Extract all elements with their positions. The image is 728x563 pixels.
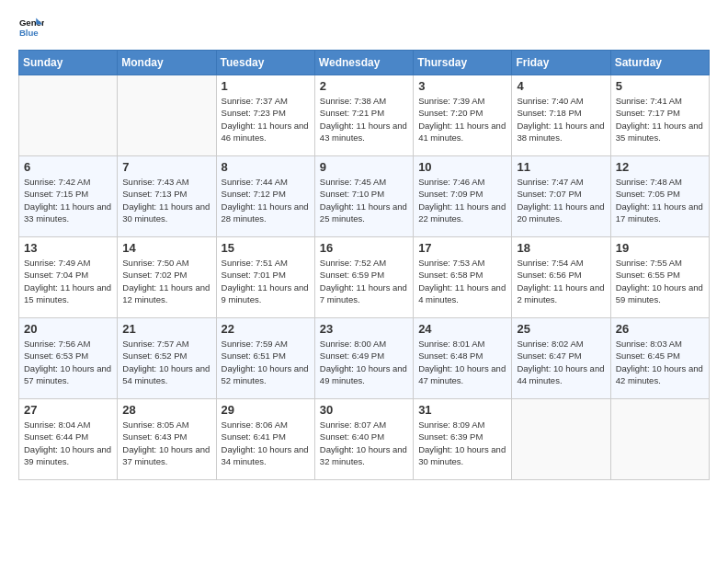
day-number: 30 <box>320 403 408 417</box>
day-number: 25 <box>517 322 605 336</box>
day-number: 26 <box>616 322 704 336</box>
calendar-cell: 6Sunrise: 7:42 AM Sunset: 7:15 PM Daylig… <box>19 156 118 237</box>
calendar-header: SundayMondayTuesdayWednesdayThursdayFrid… <box>19 51 710 75</box>
day-number: 23 <box>320 322 408 336</box>
column-header-monday: Monday <box>118 51 216 75</box>
day-info: Sunrise: 7:53 AM Sunset: 6:58 PM Dayligh… <box>418 257 506 305</box>
day-number: 27 <box>24 403 112 417</box>
day-number: 7 <box>122 160 210 174</box>
day-number: 31 <box>418 403 506 417</box>
day-number: 5 <box>616 79 704 93</box>
calendar-cell: 9Sunrise: 7:45 AM Sunset: 7:10 PM Daylig… <box>314 156 413 237</box>
day-number: 3 <box>418 79 506 93</box>
day-info: Sunrise: 7:59 AM Sunset: 6:51 PM Dayligh… <box>222 338 310 386</box>
column-header-wednesday: Wednesday <box>314 51 413 75</box>
column-header-tuesday: Tuesday <box>216 51 314 75</box>
day-number: 19 <box>616 241 704 255</box>
calendar-cell: 2Sunrise: 7:38 AM Sunset: 7:21 PM Daylig… <box>314 75 413 156</box>
calendar-cell: 23Sunrise: 8:00 AM Sunset: 6:49 PM Dayli… <box>314 318 413 399</box>
calendar-cell: 15Sunrise: 7:51 AM Sunset: 7:01 PM Dayli… <box>216 237 314 318</box>
day-number: 18 <box>517 241 605 255</box>
day-info: Sunrise: 7:46 AM Sunset: 7:09 PM Dayligh… <box>418 176 506 224</box>
day-number: 11 <box>517 160 605 174</box>
day-info: Sunrise: 8:04 AM Sunset: 6:44 PM Dayligh… <box>24 419 112 467</box>
day-number: 24 <box>418 322 506 336</box>
day-number: 15 <box>222 241 310 255</box>
day-info: Sunrise: 7:49 AM Sunset: 7:04 PM Dayligh… <box>24 257 112 305</box>
day-number: 6 <box>24 160 112 174</box>
day-number: 9 <box>320 160 408 174</box>
calendar-cell: 10Sunrise: 7:46 AM Sunset: 7:09 PM Dayli… <box>414 156 512 237</box>
column-header-friday: Friday <box>512 51 610 75</box>
day-info: Sunrise: 7:43 AM Sunset: 7:13 PM Dayligh… <box>122 176 210 224</box>
logo-icon: General Blue <box>18 15 44 40</box>
day-info: Sunrise: 8:03 AM Sunset: 6:45 PM Dayligh… <box>616 338 704 386</box>
calendar-cell: 12Sunrise: 7:48 AM Sunset: 7:05 PM Dayli… <box>610 156 709 237</box>
calendar-cell: 1Sunrise: 7:37 AM Sunset: 7:23 PM Daylig… <box>216 75 314 156</box>
day-info: Sunrise: 7:48 AM Sunset: 7:05 PM Dayligh… <box>616 176 704 224</box>
day-info: Sunrise: 7:41 AM Sunset: 7:17 PM Dayligh… <box>616 95 704 144</box>
calendar-cell: 5Sunrise: 7:41 AM Sunset: 7:17 PM Daylig… <box>610 75 709 156</box>
day-number: 12 <box>616 160 704 174</box>
day-info: Sunrise: 8:06 AM Sunset: 6:41 PM Dayligh… <box>222 419 310 467</box>
day-info: Sunrise: 8:05 AM Sunset: 6:43 PM Dayligh… <box>122 419 210 467</box>
day-number: 22 <box>222 322 310 336</box>
calendar-cell: 20Sunrise: 7:56 AM Sunset: 6:53 PM Dayli… <box>19 318 118 399</box>
calendar-body: 1Sunrise: 7:37 AM Sunset: 7:23 PM Daylig… <box>19 75 710 480</box>
day-number: 21 <box>122 322 210 336</box>
calendar-cell: 16Sunrise: 7:52 AM Sunset: 6:59 PM Dayli… <box>314 237 413 318</box>
day-info: Sunrise: 7:39 AM Sunset: 7:20 PM Dayligh… <box>418 95 506 144</box>
column-header-sunday: Sunday <box>19 51 118 75</box>
calendar-cell: 7Sunrise: 7:43 AM Sunset: 7:13 PM Daylig… <box>118 156 216 237</box>
day-info: Sunrise: 7:37 AM Sunset: 7:23 PM Dayligh… <box>222 95 310 144</box>
calendar-cell: 3Sunrise: 7:39 AM Sunset: 7:20 PM Daylig… <box>414 75 512 156</box>
calendar-cell <box>610 399 709 480</box>
calendar-cell: 8Sunrise: 7:44 AM Sunset: 7:12 PM Daylig… <box>216 156 314 237</box>
day-info: Sunrise: 7:52 AM Sunset: 6:59 PM Dayligh… <box>320 257 408 305</box>
calendar-cell: 13Sunrise: 7:49 AM Sunset: 7:04 PM Dayli… <box>19 237 118 318</box>
column-header-thursday: Thursday <box>414 51 512 75</box>
day-info: Sunrise: 7:45 AM Sunset: 7:10 PM Dayligh… <box>320 176 408 224</box>
calendar-cell: 14Sunrise: 7:50 AM Sunset: 7:02 PM Dayli… <box>118 237 216 318</box>
day-number: 16 <box>320 241 408 255</box>
day-number: 1 <box>222 79 310 93</box>
page-header: General Blue <box>18 15 710 40</box>
calendar-week-row: 27Sunrise: 8:04 AM Sunset: 6:44 PM Dayli… <box>19 399 710 480</box>
day-info: Sunrise: 7:54 AM Sunset: 6:56 PM Dayligh… <box>517 257 605 305</box>
day-info: Sunrise: 7:47 AM Sunset: 7:07 PM Dayligh… <box>517 176 605 224</box>
day-number: 28 <box>122 403 210 417</box>
calendar-cell <box>512 399 610 480</box>
calendar-cell: 21Sunrise: 7:57 AM Sunset: 6:52 PM Dayli… <box>118 318 216 399</box>
calendar-cell: 17Sunrise: 7:53 AM Sunset: 6:58 PM Dayli… <box>414 237 512 318</box>
day-info: Sunrise: 8:00 AM Sunset: 6:49 PM Dayligh… <box>320 338 408 386</box>
day-number: 20 <box>24 322 112 336</box>
column-header-saturday: Saturday <box>610 51 709 75</box>
day-number: 17 <box>418 241 506 255</box>
calendar-cell <box>19 75 118 156</box>
calendar-week-row: 1Sunrise: 7:37 AM Sunset: 7:23 PM Daylig… <box>19 75 710 156</box>
calendar-cell: 29Sunrise: 8:06 AM Sunset: 6:41 PM Dayli… <box>216 399 314 480</box>
day-info: Sunrise: 8:01 AM Sunset: 6:48 PM Dayligh… <box>418 338 506 386</box>
day-number: 10 <box>418 160 506 174</box>
calendar-table: SundayMondayTuesdayWednesdayThursdayFrid… <box>18 50 710 480</box>
calendar-cell: 28Sunrise: 8:05 AM Sunset: 6:43 PM Dayli… <box>118 399 216 480</box>
day-number: 14 <box>122 241 210 255</box>
calendar-cell: 25Sunrise: 8:02 AM Sunset: 6:47 PM Dayli… <box>512 318 610 399</box>
day-info: Sunrise: 8:09 AM Sunset: 6:39 PM Dayligh… <box>418 419 506 467</box>
calendar-week-row: 13Sunrise: 7:49 AM Sunset: 7:04 PM Dayli… <box>19 237 710 318</box>
day-info: Sunrise: 7:42 AM Sunset: 7:15 PM Dayligh… <box>24 176 112 224</box>
svg-text:Blue: Blue <box>19 28 39 38</box>
day-info: Sunrise: 7:55 AM Sunset: 6:55 PM Dayligh… <box>616 257 704 305</box>
calendar-cell: 22Sunrise: 7:59 AM Sunset: 6:51 PM Dayli… <box>216 318 314 399</box>
calendar-cell: 19Sunrise: 7:55 AM Sunset: 6:55 PM Dayli… <box>610 237 709 318</box>
day-info: Sunrise: 7:38 AM Sunset: 7:21 PM Dayligh… <box>320 95 408 144</box>
calendar-week-row: 20Sunrise: 7:56 AM Sunset: 6:53 PM Dayli… <box>19 318 710 399</box>
day-info: Sunrise: 7:51 AM Sunset: 7:01 PM Dayligh… <box>222 257 310 305</box>
calendar-cell: 24Sunrise: 8:01 AM Sunset: 6:48 PM Dayli… <box>414 318 512 399</box>
day-number: 4 <box>517 79 605 93</box>
day-info: Sunrise: 7:44 AM Sunset: 7:12 PM Dayligh… <box>222 176 310 224</box>
calendar-cell: 26Sunrise: 8:03 AM Sunset: 6:45 PM Dayli… <box>610 318 709 399</box>
day-info: Sunrise: 7:56 AM Sunset: 6:53 PM Dayligh… <box>24 338 112 386</box>
day-number: 13 <box>24 241 112 255</box>
day-info: Sunrise: 8:07 AM Sunset: 6:40 PM Dayligh… <box>320 419 408 467</box>
